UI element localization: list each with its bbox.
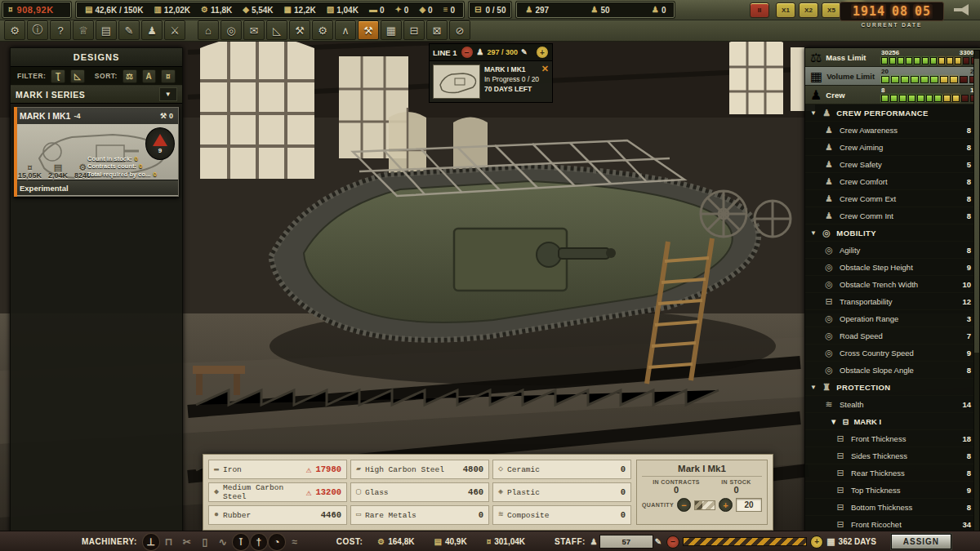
info-icon[interactable]: ⓘ — [27, 20, 48, 40]
speed-button[interactable]: X2 — [799, 2, 818, 18]
design-card-mark-i-mk1[interactable]: MARK I MK1 -4 ⚒ 0 9 — [14, 107, 179, 197]
subsection-mark-i[interactable]: ▼ ⊟ MARK I — [805, 413, 980, 430]
top-resource-bar: ¤ 908,92K ▤ 42,6K / 150K ▥ 12,02K ⚙ 11,8… — [0, 0, 980, 20]
artillery-icon[interactable]: ◺ — [266, 20, 287, 40]
world-map-icon[interactable]: ◎ — [220, 20, 242, 40]
line-item-status: In Progress 0 / 20 — [484, 74, 539, 84]
factory-icon[interactable]: ⌂ — [198, 20, 219, 40]
spring-icon[interactable]: ≈ — [287, 534, 303, 550]
gauge-current: 8 — [881, 87, 884, 94]
assign-button[interactable]: ASSIGN — [891, 534, 951, 549]
staff-label: STAFF: — [555, 537, 586, 546]
stat-row: ◎ Cross Country Speed 9 — [805, 344, 980, 362]
series-collapse-button[interactable]: ▼ — [159, 87, 177, 101]
help-icon[interactable]: ? — [50, 20, 71, 40]
line-item-close-icon[interactable]: ✕ — [541, 64, 549, 74]
staff-counter-value: 0 — [662, 6, 666, 15]
machinery-icons: ⊥ ⊓ ✂ ▯ ∿ ⊺ † ◔ ≈ — [142, 534, 304, 550]
tongs-icon[interactable]: ✂ — [179, 534, 195, 550]
series-header[interactable]: MARK I SERIES ▼ — [11, 86, 182, 104]
journal-icon[interactable]: ▤ — [96, 20, 117, 40]
bolt-icon[interactable]: ⊺ — [233, 534, 249, 550]
resource-value: 0 — [451, 6, 456, 15]
staff-edit-icon[interactable]: ✎ — [655, 537, 662, 546]
quantity-slider-fill — [695, 501, 702, 509]
stat-row: ◎ Obstacle Slope Angle 8 — [805, 362, 980, 379]
resources-counter-group: ▤ 42,6K / 150K ▥ 12,02K ⚙ 11,8K ◆ 5,54K — [76, 2, 464, 18]
sort-label: SORT: — [95, 72, 118, 80]
speed-button[interactable]: X5 — [822, 2, 841, 18]
quantity-slider[interactable] — [694, 500, 715, 510]
staff-plus-button[interactable]: + — [810, 535, 823, 549]
personnel-icon[interactable]: ♟ — [141, 20, 163, 40]
mark-i-tank-icon: ⊟ — [842, 417, 849, 426]
stat-row-stealth: ≋ Stealth 14 — [805, 396, 980, 413]
material-name: Plastic — [507, 488, 617, 497]
market-icon[interactable]: ✉ — [243, 20, 265, 40]
stat-row: ♟ Crew Awareness 8 — [805, 122, 980, 139]
iron-icon: ▬ — [214, 465, 219, 473]
workshop-icon[interactable]: ⚙ — [312, 20, 333, 40]
collapse-triangle-icon[interactable]: ▼ — [810, 384, 817, 391]
tank-production-icon[interactable]: ⊟ — [403, 20, 425, 40]
protection-icon: ♜ — [821, 382, 832, 393]
sort-alpha-icon[interactable]: A — [142, 69, 157, 83]
measuring-icon[interactable]: ∧ — [335, 20, 356, 40]
sort-cost-icon[interactable]: ¤ — [161, 69, 176, 83]
card-title: MARK I MK1 — [20, 111, 70, 121]
sort-weight-icon[interactable]: ⚖ — [122, 69, 137, 83]
notes-icon[interactable]: ✎ — [118, 20, 140, 40]
achievements-icon[interactable]: ♕ — [73, 20, 94, 40]
resource-value: 5,54K — [252, 6, 274, 15]
collapse-triangle-icon[interactable]: ▼ — [810, 109, 817, 117]
gauge-icon[interactable]: ◔ — [269, 534, 285, 550]
construction-hammer-icon[interactable]: ⚒ — [358, 20, 379, 40]
collapse-triangle-icon[interactable]: ▼ — [830, 417, 837, 426]
cost-item: ▤ 40,9K — [434, 537, 467, 546]
stat-row: ♟ Crew Comm Int 8 — [805, 207, 980, 224]
material-value: 13200 — [315, 487, 341, 497]
tank-repair-icon[interactable]: ⊠ — [426, 20, 448, 40]
materials-grid: ▬ Iron ⚠ 17980 ◆ Medium Carbon Steel ⚠ 1… — [208, 460, 631, 525]
saw-icon[interactable]: ∿ — [215, 534, 231, 550]
pause-button[interactable]: II — [750, 2, 769, 18]
filter-type-icon[interactable]: Ʈ — [51, 69, 65, 83]
staff-count-input[interactable]: 57 — [599, 535, 653, 549]
section-crew-performance[interactable]: ▼ ♟ CREW PERFORMANCE — [805, 104, 980, 122]
date-month: 08 — [890, 4, 910, 19]
crew-performance-icon: ♟ — [821, 108, 832, 118]
section-mobility[interactable]: ▼ ◎ MOBILITY — [805, 224, 980, 242]
quantity-minus-button[interactable]: − — [677, 498, 691, 512]
anvil-icon[interactable]: ⊓ — [161, 534, 177, 550]
furnace-icon[interactable]: ▯ — [197, 534, 213, 550]
section-protection[interactable]: ▼ ♜ PROTECTION — [805, 379, 980, 396]
quantity-value[interactable]: 20 — [736, 498, 762, 512]
staff-minus-button[interactable]: − — [666, 535, 679, 549]
collapse-triangle-icon[interactable]: ▼ — [810, 229, 817, 237]
speed-button[interactable]: X1 — [776, 2, 795, 18]
filter-artillery-icon[interactable]: ◺ — [70, 69, 85, 83]
limit-gauges: ⚖ Mass Limit 30256 33000 ▦ Volume Limit — [805, 48, 980, 104]
quantity-plus-button[interactable]: + — [719, 498, 733, 512]
material-row: ▰ High Carbon Steel ⚠ 4800 — [350, 460, 489, 479]
staff-slider[interactable] — [683, 537, 807, 546]
composite-icon: ≋ — [498, 511, 503, 519]
line-add-worker-button[interactable]: + — [536, 46, 549, 59]
armor-plates-icon[interactable]: ▦ — [381, 20, 402, 40]
line-body: MARK I MK1 In Progress 0 / 20 70 DAYS LE… — [429, 61, 553, 103]
money-counter: ¤ 908,92K — [2, 2, 71, 18]
settings-icon[interactable]: ⚙ — [4, 20, 25, 40]
edit-icon[interactable]: ✎ — [521, 48, 528, 56]
staff-counter-value: 297 — [535, 6, 549, 15]
stats-scrollbar[interactable] — [973, 50, 980, 531]
line-remove-worker-button[interactable]: − — [461, 46, 474, 59]
press-icon[interactable]: † — [251, 534, 267, 550]
limit-gauge-row: ▦ Volume Limit 20 22 — [805, 67, 980, 86]
drill-press-icon[interactable]: ⊥ — [143, 534, 159, 550]
military-icon[interactable]: ⚔ — [164, 20, 185, 40]
repair-tools-icon[interactable]: ⚒ — [289, 20, 310, 40]
stats-scrollbar-thumb[interactable] — [974, 59, 979, 353]
calendar-icon: ▦ — [826, 536, 835, 547]
resource-value: 12,02K — [164, 6, 190, 15]
tank-scrap-icon[interactable]: ⊘ — [449, 20, 470, 40]
